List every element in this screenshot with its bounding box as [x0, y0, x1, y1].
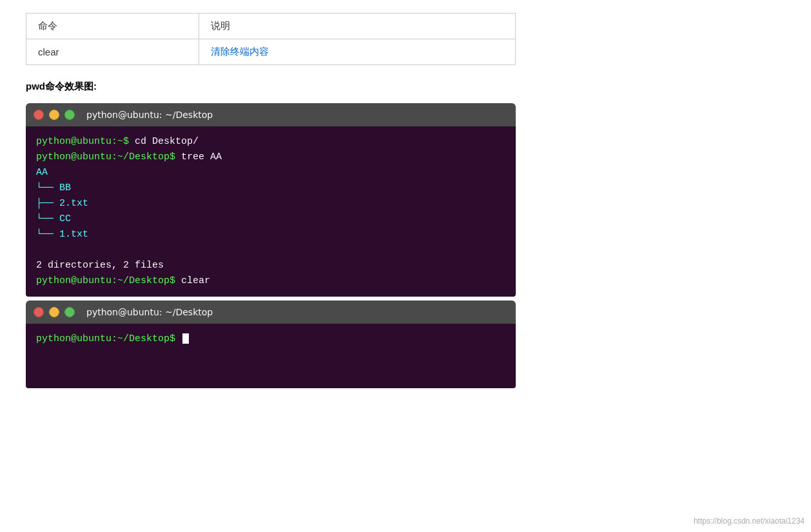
description-cell: 清除终端内容 — [199, 39, 516, 65]
terminal-line: python@ubuntu:~/Desktop$ — [36, 331, 505, 347]
section-label: pwd命令效果图: — [26, 81, 785, 93]
terminal-line — [36, 242, 505, 258]
maximize-icon — [64, 307, 75, 317]
minimize-icon — [49, 307, 59, 317]
command-cell: clear — [26, 39, 199, 65]
terminal-line: └── BB — [36, 181, 505, 196]
terminal-line: python@ubuntu:~/Desktop$ tree AA — [36, 150, 505, 165]
maximize-icon — [64, 110, 75, 120]
terminal-line: ├── 2.txt — [36, 196, 505, 212]
commands-table: 命令 说明 clear清除终端内容 — [26, 13, 516, 65]
terminal-title-2: python@ubuntu: ~/Desktop — [86, 307, 213, 317]
description-link[interactable]: 清除终端内容 — [211, 46, 269, 57]
table-header-description: 说明 — [199, 14, 516, 39]
close-icon — [34, 307, 44, 317]
terminal-titlebar-1: python@ubuntu: ~/Desktop — [26, 103, 516, 126]
terminal-screenshot-1: python@ubuntu: ~/Desktop python@ubuntu:~… — [26, 103, 516, 297]
close-icon — [34, 110, 44, 120]
terminal-title-1: python@ubuntu: ~/Desktop — [86, 110, 213, 120]
table-header-command: 命令 — [26, 14, 199, 39]
terminal-line: └── 1.txt — [36, 227, 505, 242]
terminal-cursor — [182, 333, 189, 344]
terminal-line: 2 directories, 2 files — [36, 258, 505, 273]
terminal-line: └── CC — [36, 212, 505, 227]
terminal-body-2: python@ubuntu:~/Desktop$ — [26, 324, 516, 388]
terminal-line: AA — [36, 165, 505, 181]
minimize-icon — [49, 110, 59, 120]
terminal-line: python@ubuntu:~$ cd Desktop/ — [36, 134, 505, 150]
terminal-screenshot-2: python@ubuntu: ~/Desktop python@ubuntu:~… — [26, 300, 516, 388]
terminal-body-1: python@ubuntu:~$ cd Desktop/python@ubunt… — [26, 126, 516, 297]
table-row: clear清除终端内容 — [26, 39, 516, 65]
terminal-titlebar-2: python@ubuntu: ~/Desktop — [26, 300, 516, 324]
terminal-line: python@ubuntu:~/Desktop$ clear — [36, 273, 505, 289]
